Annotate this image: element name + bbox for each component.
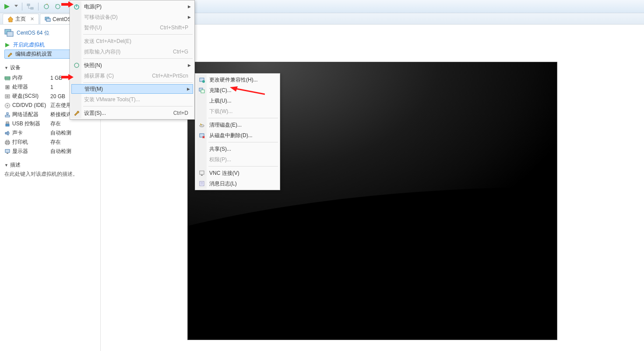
dropdown-icon[interactable] bbox=[14, 2, 18, 11]
snapshot-icon[interactable] bbox=[42, 2, 51, 11]
svg-rect-12 bbox=[5, 77, 10, 79]
menu-label: 管理(M) bbox=[84, 85, 103, 93]
action-label: 开启此虚拟机 bbox=[13, 41, 45, 49]
cd-icon bbox=[4, 103, 11, 109]
separator bbox=[22, 3, 22, 11]
svg-rect-30 bbox=[6, 143, 9, 145]
menu-label: 发送 Ctrl+Alt+Del(E) bbox=[84, 38, 131, 45]
svg-marker-0 bbox=[4, 4, 10, 9]
menu-snapshot[interactable]: 快照(N) ▶ bbox=[71, 60, 194, 71]
svg-rect-39 bbox=[201, 90, 204, 93]
action-label: 编辑虚拟机设置 bbox=[15, 50, 52, 58]
section-label: 设备 bbox=[10, 64, 21, 71]
menu-cleanup[interactable]: 清理磁盘(E)... bbox=[196, 120, 279, 130]
manage-submenu: 更改硬件兼容性(H)... 克隆(C)... 上载(U)... 下载(W)...… bbox=[195, 73, 280, 190]
menu-label: 上载(U)... bbox=[209, 97, 232, 105]
menu-upload[interactable]: 上载(U)... bbox=[196, 96, 279, 106]
usb-icon bbox=[4, 121, 11, 127]
menu-label: 抓取输入内容(I) bbox=[84, 48, 120, 56]
tab-home[interactable]: 主页 ✕ bbox=[3, 14, 39, 24]
menu-capture: 捕获屏幕 (C) Ctrl+Alt+PrtScn bbox=[71, 71, 194, 81]
title-text: CentOS 64 位 bbox=[17, 29, 49, 37]
separator bbox=[208, 118, 278, 118]
menu-install-tools: 安装 VMware Tools(T)... bbox=[71, 94, 194, 105]
svg-rect-2 bbox=[27, 4, 30, 6]
collapse-icon: ▼ bbox=[4, 66, 8, 70]
svg-point-40 bbox=[200, 125, 204, 127]
menu-label: 权限(P)... bbox=[209, 156, 231, 163]
clone-icon bbox=[198, 86, 206, 94]
printer-icon bbox=[4, 139, 11, 145]
net-icon bbox=[4, 112, 11, 118]
svg-point-35 bbox=[74, 63, 79, 67]
shortcut: Ctrl+Alt+PrtScn bbox=[152, 73, 188, 79]
cpu-icon bbox=[4, 84, 11, 90]
description-placeholder[interactable]: 在此处键入对该虚拟机的描述。 bbox=[4, 170, 96, 178]
device-value: 存在 bbox=[50, 138, 96, 147]
svg-rect-18 bbox=[7, 86, 8, 88]
shortcut: Ctrl+G bbox=[173, 49, 188, 55]
menu-send-cad: 发送 Ctrl+Alt+Del(E) bbox=[71, 36, 194, 46]
menu-label: 捕获屏幕 (C) bbox=[84, 72, 114, 80]
menu-grab-input: 抓取输入内容(I) Ctrl+G bbox=[71, 46, 194, 57]
submenu-arrow-icon: ▶ bbox=[187, 87, 190, 91]
device-row[interactable]: 声卡自动检测 bbox=[4, 128, 96, 138]
snapshot-tree-icon[interactable] bbox=[26, 2, 35, 11]
svg-rect-3 bbox=[31, 7, 33, 9]
tab-label: 主页 bbox=[15, 15, 26, 23]
separator bbox=[208, 166, 278, 167]
device-row[interactable]: 显示器自动检测 bbox=[4, 147, 96, 156]
description-header[interactable]: ▼ 描述 bbox=[4, 161, 96, 169]
svg-rect-32 bbox=[7, 153, 8, 154]
menu-manage[interactable]: 管理(M) ▶ bbox=[71, 84, 193, 94]
device-row[interactable]: 打印机存在 bbox=[4, 138, 96, 147]
separator bbox=[83, 82, 193, 83]
svg-rect-46 bbox=[200, 181, 204, 186]
play-icon bbox=[4, 42, 11, 48]
hardware-icon bbox=[198, 76, 206, 84]
device-row[interactable]: USB 控制器存在 bbox=[4, 119, 96, 128]
menu-msglog[interactable]: 消息日志(L) bbox=[196, 178, 279, 189]
menu-clone[interactable]: 克隆(C)... bbox=[196, 85, 279, 96]
menu-delete[interactable]: 从磁盘中删除(D)... bbox=[196, 130, 279, 141]
device-name: 处理器 bbox=[12, 84, 28, 90]
menu-change-hw[interactable]: 更改硬件兼容性(H)... bbox=[196, 74, 279, 85]
vm-large-icon bbox=[4, 28, 14, 38]
power-icon bbox=[73, 3, 81, 11]
device-name: USB 控制器 bbox=[12, 121, 40, 127]
menu-label: 消息日志(L) bbox=[209, 180, 237, 188]
vm-icon bbox=[45, 16, 51, 22]
submenu-arrow-icon: ▶ bbox=[188, 15, 191, 19]
vnc-icon bbox=[198, 169, 206, 177]
svg-rect-44 bbox=[200, 171, 204, 174]
cleanup-icon bbox=[198, 121, 206, 129]
menu-label: 安装 VMware Tools(T)... bbox=[84, 96, 140, 103]
menu-pause: 暂停(U) Ctrl+Shift+P bbox=[71, 22, 194, 33]
menu-label: 可移动设备(D) bbox=[84, 14, 118, 21]
shortcut: Ctrl+D bbox=[173, 110, 188, 116]
menu-label: 暂停(U) bbox=[84, 24, 102, 32]
home-icon bbox=[7, 16, 14, 22]
device-name: 硬盘(SCSI) bbox=[12, 93, 39, 99]
menu-share[interactable]: 共享(S)... bbox=[196, 144, 279, 154]
menu-label: 从磁盘中删除(D)... bbox=[209, 132, 253, 139]
close-icon[interactable]: ✕ bbox=[30, 16, 34, 22]
svg-rect-27 bbox=[6, 124, 9, 126]
menu-settings[interactable]: 设置(S)... Ctrl+D bbox=[71, 108, 194, 118]
sound-icon bbox=[4, 130, 11, 136]
device-value: 自动检测 bbox=[50, 147, 96, 156]
menu-label: 共享(S)... bbox=[209, 145, 231, 153]
device-value: 自动检测 bbox=[50, 128, 96, 138]
menu-label: 下载(W)... bbox=[209, 108, 232, 115]
play-icon[interactable] bbox=[3, 2, 11, 11]
delete-icon bbox=[198, 131, 206, 139]
svg-rect-8 bbox=[46, 18, 50, 21]
svg-marker-6 bbox=[8, 17, 13, 22]
menu-vnc[interactable]: VNC 连接(V) bbox=[196, 168, 279, 178]
revert-icon[interactable] bbox=[53, 2, 62, 11]
wrench-icon bbox=[7, 51, 13, 57]
menu-power[interactable]: 电源(P) ▶ bbox=[71, 1, 194, 12]
svg-rect-10 bbox=[7, 32, 13, 36]
separator bbox=[38, 3, 39, 11]
device-name: 内存 bbox=[12, 74, 23, 81]
